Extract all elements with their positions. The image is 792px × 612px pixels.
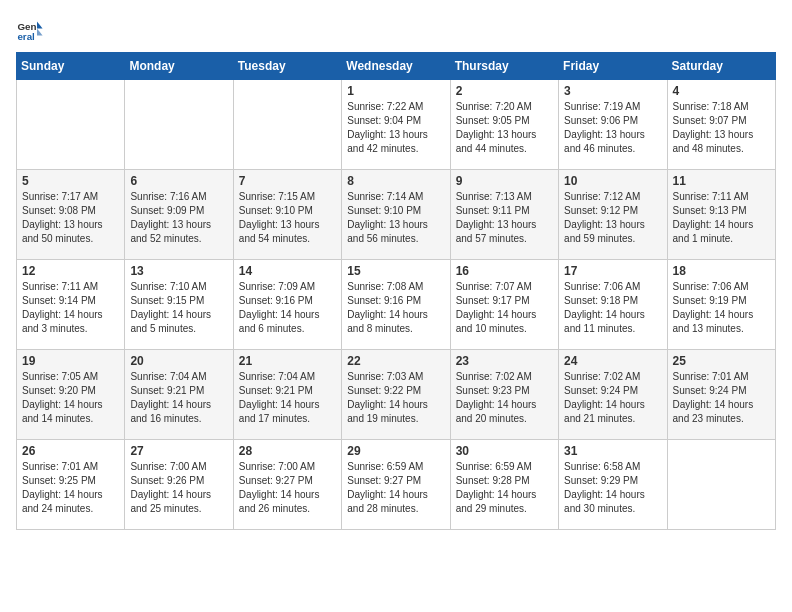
- calendar-cell: 7Sunrise: 7:15 AMSunset: 9:10 PMDaylight…: [233, 170, 341, 260]
- calendar-cell: 2Sunrise: 7:20 AMSunset: 9:05 PMDaylight…: [450, 80, 558, 170]
- calendar-cell: 18Sunrise: 7:06 AMSunset: 9:19 PMDayligh…: [667, 260, 775, 350]
- cell-text: Sunset: 9:24 PM: [564, 384, 661, 398]
- cell-text: Sunset: 9:27 PM: [347, 474, 444, 488]
- cell-text: Sunset: 9:15 PM: [130, 294, 227, 308]
- day-number: 18: [673, 264, 770, 278]
- cell-text: Daylight: 13 hours: [130, 218, 227, 232]
- cell-text: and 48 minutes.: [673, 142, 770, 156]
- cell-text: and 57 minutes.: [456, 232, 553, 246]
- calendar-week-row: 26Sunrise: 7:01 AMSunset: 9:25 PMDayligh…: [17, 440, 776, 530]
- calendar-cell: 5Sunrise: 7:17 AMSunset: 9:08 PMDaylight…: [17, 170, 125, 260]
- cell-text: Sunrise: 7:03 AM: [347, 370, 444, 384]
- cell-text: Daylight: 14 hours: [347, 488, 444, 502]
- cell-text: and 19 minutes.: [347, 412, 444, 426]
- cell-text: Sunset: 9:21 PM: [239, 384, 336, 398]
- cell-text: Daylight: 14 hours: [239, 308, 336, 322]
- calendar-cell: 22Sunrise: 7:03 AMSunset: 9:22 PMDayligh…: [342, 350, 450, 440]
- cell-text: and 11 minutes.: [564, 322, 661, 336]
- cell-text: and 14 minutes.: [22, 412, 119, 426]
- cell-text: Sunset: 9:06 PM: [564, 114, 661, 128]
- cell-text: Sunrise: 7:19 AM: [564, 100, 661, 114]
- cell-text: Sunset: 9:10 PM: [347, 204, 444, 218]
- cell-text: Sunset: 9:20 PM: [22, 384, 119, 398]
- day-number: 15: [347, 264, 444, 278]
- cell-text: Daylight: 13 hours: [456, 218, 553, 232]
- cell-text: Sunrise: 7:12 AM: [564, 190, 661, 204]
- day-number: 30: [456, 444, 553, 458]
- cell-text: Sunrise: 7:06 AM: [673, 280, 770, 294]
- cell-text: Daylight: 14 hours: [347, 308, 444, 322]
- cell-text: Sunrise: 7:04 AM: [239, 370, 336, 384]
- calendar-week-row: 5Sunrise: 7:17 AMSunset: 9:08 PMDaylight…: [17, 170, 776, 260]
- cell-text: Sunrise: 7:02 AM: [564, 370, 661, 384]
- day-number: 20: [130, 354, 227, 368]
- cell-text: Sunset: 9:23 PM: [456, 384, 553, 398]
- cell-text: Sunrise: 7:01 AM: [22, 460, 119, 474]
- calendar-cell: 10Sunrise: 7:12 AMSunset: 9:12 PMDayligh…: [559, 170, 667, 260]
- calendar-table: SundayMondayTuesdayWednesdayThursdayFrid…: [16, 52, 776, 530]
- cell-text: Daylight: 13 hours: [564, 218, 661, 232]
- calendar-week-row: 1Sunrise: 7:22 AMSunset: 9:04 PMDaylight…: [17, 80, 776, 170]
- cell-text: Sunset: 9:26 PM: [130, 474, 227, 488]
- calendar-cell: 15Sunrise: 7:08 AMSunset: 9:16 PMDayligh…: [342, 260, 450, 350]
- cell-text: Daylight: 14 hours: [22, 488, 119, 502]
- cell-text: Sunrise: 7:01 AM: [673, 370, 770, 384]
- day-number: 17: [564, 264, 661, 278]
- day-number: 2: [456, 84, 553, 98]
- cell-text: and 1 minute.: [673, 232, 770, 246]
- cell-text: Sunrise: 7:08 AM: [347, 280, 444, 294]
- cell-text: and 44 minutes.: [456, 142, 553, 156]
- cell-text: and 46 minutes.: [564, 142, 661, 156]
- cell-text: Daylight: 14 hours: [564, 398, 661, 412]
- day-number: 4: [673, 84, 770, 98]
- calendar-cell: 29Sunrise: 6:59 AMSunset: 9:27 PMDayligh…: [342, 440, 450, 530]
- calendar-cell: 26Sunrise: 7:01 AMSunset: 9:25 PMDayligh…: [17, 440, 125, 530]
- header-friday: Friday: [559, 53, 667, 80]
- cell-text: and 6 minutes.: [239, 322, 336, 336]
- cell-text: and 16 minutes.: [130, 412, 227, 426]
- cell-text: and 26 minutes.: [239, 502, 336, 516]
- cell-text: Sunset: 9:27 PM: [239, 474, 336, 488]
- calendar-week-row: 19Sunrise: 7:05 AMSunset: 9:20 PMDayligh…: [17, 350, 776, 440]
- cell-text: Sunrise: 7:11 AM: [22, 280, 119, 294]
- header-monday: Monday: [125, 53, 233, 80]
- cell-text: and 50 minutes.: [22, 232, 119, 246]
- cell-text: and 13 minutes.: [673, 322, 770, 336]
- cell-text: and 5 minutes.: [130, 322, 227, 336]
- svg-marker-3: [37, 29, 43, 36]
- cell-text: and 23 minutes.: [673, 412, 770, 426]
- day-number: 25: [673, 354, 770, 368]
- cell-text: Sunrise: 7:20 AM: [456, 100, 553, 114]
- cell-text: Sunset: 9:22 PM: [347, 384, 444, 398]
- cell-text: Daylight: 14 hours: [456, 488, 553, 502]
- cell-text: and 21 minutes.: [564, 412, 661, 426]
- cell-text: Sunrise: 7:09 AM: [239, 280, 336, 294]
- cell-text: Sunrise: 7:05 AM: [22, 370, 119, 384]
- cell-text: Sunset: 9:08 PM: [22, 204, 119, 218]
- calendar-cell: 11Sunrise: 7:11 AMSunset: 9:13 PMDayligh…: [667, 170, 775, 260]
- cell-text: Sunrise: 7:10 AM: [130, 280, 227, 294]
- cell-text: Sunset: 9:19 PM: [673, 294, 770, 308]
- cell-text: Sunset: 9:16 PM: [347, 294, 444, 308]
- cell-text: Daylight: 13 hours: [564, 128, 661, 142]
- day-number: 11: [673, 174, 770, 188]
- cell-text: Sunrise: 7:11 AM: [673, 190, 770, 204]
- cell-text: and 42 minutes.: [347, 142, 444, 156]
- calendar-cell: 13Sunrise: 7:10 AMSunset: 9:15 PMDayligh…: [125, 260, 233, 350]
- calendar-cell: 1Sunrise: 7:22 AMSunset: 9:04 PMDaylight…: [342, 80, 450, 170]
- cell-text: Daylight: 13 hours: [239, 218, 336, 232]
- cell-text: Daylight: 14 hours: [564, 488, 661, 502]
- calendar-cell: 20Sunrise: 7:04 AMSunset: 9:21 PMDayligh…: [125, 350, 233, 440]
- calendar-cell: 4Sunrise: 7:18 AMSunset: 9:07 PMDaylight…: [667, 80, 775, 170]
- cell-text: Sunrise: 6:59 AM: [347, 460, 444, 474]
- cell-text: Sunset: 9:25 PM: [22, 474, 119, 488]
- cell-text: and 52 minutes.: [130, 232, 227, 246]
- cell-text: Sunrise: 7:18 AM: [673, 100, 770, 114]
- calendar-cell: 28Sunrise: 7:00 AMSunset: 9:27 PMDayligh…: [233, 440, 341, 530]
- calendar-cell: 25Sunrise: 7:01 AMSunset: 9:24 PMDayligh…: [667, 350, 775, 440]
- cell-text: Daylight: 13 hours: [22, 218, 119, 232]
- cell-text: and 29 minutes.: [456, 502, 553, 516]
- cell-text: Sunset: 9:04 PM: [347, 114, 444, 128]
- calendar-cell: 6Sunrise: 7:16 AMSunset: 9:09 PMDaylight…: [125, 170, 233, 260]
- cell-text: and 10 minutes.: [456, 322, 553, 336]
